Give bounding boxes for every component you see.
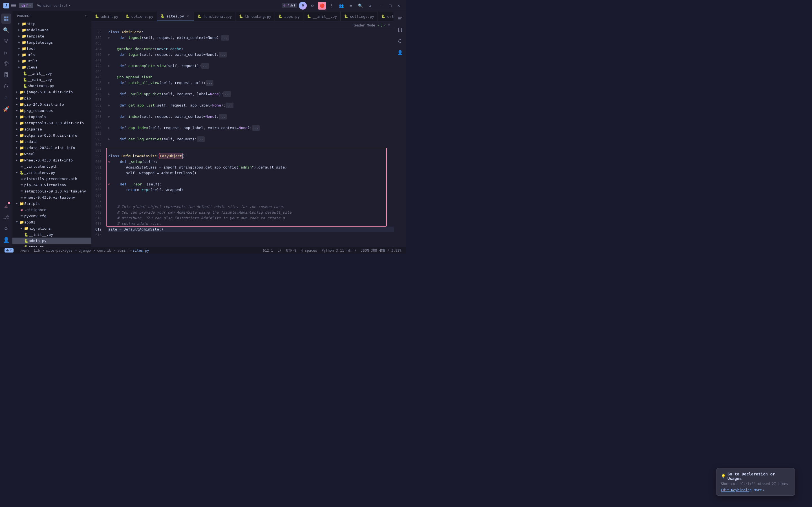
tab-functional-py[interactable]: 🐍 functional.py [194, 11, 236, 21]
tab-settings-py[interactable]: 🐍 settings.py [340, 11, 378, 21]
sidebar-item-wheel-dist[interactable]: ▶ 📁 wheel-0.43.0.dist-info [12, 157, 91, 163]
maximize-button[interactable]: ❐ [386, 2, 394, 10]
sidebar-item-virtualenv-py[interactable]: ▶ 🐍 _virtualenv.py [12, 169, 91, 176]
fold-arrow[interactable]: ▶ [108, 125, 110, 131]
activity-deploy[interactable]: 🚀 [1, 104, 11, 114]
sidebar-item-shortcuts-py[interactable]: 🐍 shortcuts.py [12, 82, 91, 89]
version-control-label[interactable]: Version control ▾ [36, 3, 72, 8]
reader-mode-label[interactable]: Reader Mode [353, 23, 375, 27]
fold-arrow[interactable]: ▶ [108, 52, 110, 57]
sidebar-item-wheel[interactable]: ▶ 📁 wheel [12, 151, 91, 157]
search-icon-btn[interactable]: 🔍 [357, 2, 364, 10]
sidebar-item-init-py[interactable]: 🐍 __init__.py [12, 70, 91, 76]
sidebar-item-pip[interactable]: ▶ 📁 pip [12, 95, 91, 101]
fold-arrow[interactable]: ▶ [108, 80, 110, 86]
sidebar-item-tzdata[interactable]: ▶ 📁 tzdata [12, 138, 91, 145]
drf-badge[interactable]: drf drf [282, 3, 297, 8]
minimize-button[interactable]: — [378, 2, 386, 10]
tab-apps-py[interactable]: 🐍 apps.py [275, 11, 304, 21]
sidebar-item-pip-virtualenv[interactable]: ≡ pip-24.0.virtualenv [12, 182, 91, 188]
fold-arrow[interactable]: ▶ [108, 136, 110, 142]
fold-arrow[interactable]: ▶ [108, 35, 110, 41]
status-language[interactable]: Python 3.11 (drf) [319, 247, 359, 254]
sidebar-item-scripts[interactable]: ▶ 📁 Scripts [12, 201, 91, 207]
code-editor[interactable]: 29 382 403 404 405 441 442 444 445 446 4… [91, 29, 394, 247]
right-icon-bookmark[interactable] [395, 25, 405, 35]
tab-init-py[interactable]: 🐍 __init__.py [304, 11, 340, 21]
sidebar-item-app01-init[interactable]: 🐍 __init__.py [12, 231, 91, 238]
sidebar-item-http[interactable]: ▶ 📁 http [12, 20, 91, 27]
tab-threading-py[interactable]: 🐍 threading.py [235, 11, 275, 21]
status-memory[interactable]: JSON 388.4MB / 3.92% [359, 247, 404, 254]
right-icon-outline[interactable] [395, 13, 405, 24]
project-badge[interactable]: drf ▾ [19, 3, 33, 8]
status-encoding[interactable]: LF [275, 247, 284, 254]
sidebar-item-setuptools-dist[interactable]: ▶ 📁 setuptools-69.2.0.dist-info [12, 120, 91, 126]
sidebar-item-virtualenv-pth[interactable]: ≡ _virtualenv.pth [12, 163, 91, 169]
sidebar-item-test[interactable]: ▶ 📁 test [12, 45, 91, 52]
sidebar-item-app01-apps[interactable]: 🐍 apps.py [12, 244, 91, 247]
activity-explorer[interactable] [1, 13, 11, 24]
sidebar-item-app01[interactable]: ▼ 📁 app01 [12, 219, 91, 225]
sidebar-item-utils[interactable]: ▶ 📁 utils [12, 58, 91, 64]
activity-search[interactable]: 🔍 [1, 25, 11, 35]
user-avatar[interactable]: G [299, 2, 307, 10]
right-icon-git[interactable] [395, 36, 405, 46]
tab-sites-py[interactable]: 🐍 sites.py ✕ [157, 11, 194, 21]
settings-icon-btn[interactable]: ⚙ [309, 2, 316, 10]
sidebar-item-templatetags[interactable]: ▶ 📁 templatetags [12, 39, 91, 45]
sidebar-item-app01-admin[interactable]: 🐍 admin.py [12, 238, 91, 244]
tab-options-py[interactable]: 🐍 options.py [122, 11, 157, 21]
collab-icon-btn[interactable]: 👥 [337, 2, 345, 10]
sidebar-item-setuptools[interactable]: ▶ 📁 setuptools [12, 114, 91, 120]
sidebar-item-template[interactable]: ▶ 📁 template [12, 33, 91, 39]
close-button[interactable]: ✕ [395, 2, 402, 10]
activity-account[interactable]: ⎇ [1, 212, 11, 222]
activity-settings-bottom[interactable]: ⚙ [1, 223, 11, 233]
sidebar-item-migrations[interactable]: ▶ 📁 migrations [12, 225, 91, 231]
fold-arrow[interactable]: ▶ [108, 63, 110, 69]
menu-button[interactable] [11, 3, 17, 8]
sidebar-item-pkg[interactable]: ▶ 📁 pkg_resources [12, 107, 91, 114]
activity-time[interactable]: ⏱ [1, 81, 11, 91]
status-position[interactable]: 612:1 [261, 247, 275, 254]
sidebar-item-tzdata-dist[interactable]: ▶ 📁 tzdata-2024.1.dist-info [12, 145, 91, 151]
sidebar-item-wheel-virtualenv[interactable]: ≡ wheel-0.43.0.virtualenv [12, 194, 91, 201]
global-settings-icon-btn[interactable]: ⚙ [366, 2, 374, 10]
activity-database[interactable]: 🗄 [1, 70, 11, 80]
sidebar-item-sqlparse-dist[interactable]: ▶ 📁 sqlparse-0.5.0.dist-info [12, 132, 91, 138]
status-charset[interactable]: UTF-8 [284, 247, 299, 254]
activity-user[interactable]: 👤 [1, 234, 11, 245]
activity-extensions[interactable] [1, 59, 11, 69]
status-indent[interactable]: 4 spaces [299, 247, 319, 254]
sidebar-chevron[interactable]: ▾ [85, 14, 87, 18]
sidebar-item-main-py[interactable]: 🐍 __main__.py [12, 76, 91, 82]
activity-git[interactable] [1, 36, 11, 46]
tab-admin-py[interactable]: 🐍 admin.py [91, 11, 122, 21]
status-breadcrumb[interactable]: Lib > site-packages > django > contrib >… [32, 247, 151, 254]
sidebar-item-middleware[interactable]: ▶ 📁 middleware [12, 27, 91, 33]
right-icon-user[interactable]: 👤 [395, 47, 405, 57]
sidebar-item-django-dist[interactable]: ▶ 📁 Django-5.0.4.dist-info [12, 89, 91, 95]
fold-arrow[interactable]: ▶ [108, 91, 110, 97]
tab-urls-py[interactable]: 🐍 urls.py [378, 11, 394, 21]
more-icon-btn[interactable]: ⋮ [328, 2, 335, 10]
activity-layers[interactable]: ⊙ [1, 93, 11, 103]
notifications-icon-btn[interactable]: 🔴 [318, 2, 326, 10]
status-venv[interactable]: .venv [17, 247, 32, 254]
sidebar-item-sqlparse[interactable]: ▶ 📁 sqlparse [12, 126, 91, 132]
activity-run[interactable]: ▷ [1, 47, 11, 57]
sidebar-item-gitignore[interactable]: ◉ .gitignore [12, 207, 91, 213]
fold-arrow[interactable]: ▶ [108, 114, 110, 119]
fold-arrow[interactable]: ▶ [108, 103, 110, 108]
sidebar-item-urls[interactable]: ▶ 📁 urls [12, 52, 91, 58]
sidebar-item-distutils-pth[interactable]: ≡ distutils-precedence.pth [12, 176, 91, 182]
sidebar-item-setuptools-virtualenv[interactable]: ≡ setuptools-69.2.0.virtualenv [12, 188, 91, 194]
outline-icon-btn[interactable]: ≡ [388, 23, 390, 27]
sidebar-item-views[interactable]: ▶ 📁 views [12, 64, 91, 70]
translate-icon-btn[interactable]: ⇄ [347, 2, 355, 10]
code-content[interactable]: class AdminSite: ▶ def logout(self, requ… [106, 29, 394, 247]
sidebar-item-pyvenv[interactable]: ≡ pyvenv.cfg [12, 213, 91, 219]
status-git-branch[interactable]: drf [2, 247, 17, 254]
sidebar-item-pip-dist[interactable]: ▶ 📁 pip-24.0.dist-info [12, 101, 91, 107]
